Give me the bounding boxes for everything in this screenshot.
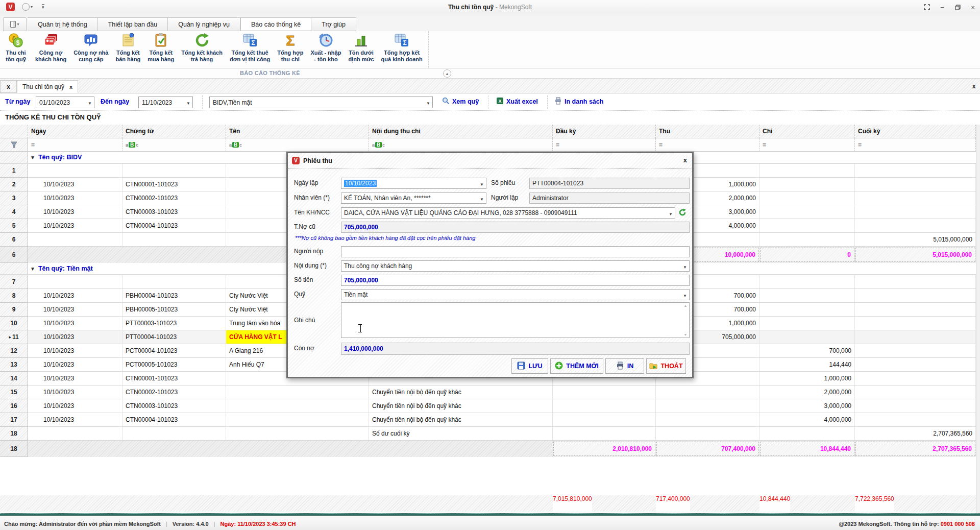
filter-cell-ngay[interactable]: = bbox=[28, 138, 122, 152]
ten-kh-combo[interactable]: DAICA, CỬA HÀNG VẬT LIỆU QUẢNG CÁO ĐẠI H… bbox=[341, 207, 675, 219]
noi-dung-combo[interactable]: Thu công nợ khách hàng ▼ bbox=[341, 260, 690, 272]
cell-chi bbox=[760, 275, 855, 289]
expand-icon[interactable] bbox=[923, 3, 931, 11]
column-header-dauky[interactable]: Đầu kỳ bbox=[553, 125, 656, 138]
table-row[interactable]: 18Số dư cuối kỳ2,707,365,560 bbox=[0, 427, 976, 441]
column-header-chi[interactable]: Chi bbox=[760, 125, 855, 138]
nguoi-lap-field: Administrator bbox=[529, 192, 690, 204]
exit-icon bbox=[649, 362, 657, 371]
tool-stock-chart[interactable]: Tồn dướiđịnh mức bbox=[345, 31, 377, 68]
vertical-scrollbar[interactable] bbox=[976, 125, 980, 513]
cell-cuoiky bbox=[855, 386, 976, 399]
collapse-icon[interactable]: ▼ bbox=[30, 266, 35, 272]
tool-supplier-debt[interactable]: Công nợ nhàcung cấp bbox=[70, 31, 112, 68]
dialog-close-icon[interactable]: x bbox=[683, 156, 687, 164]
cell-chungtu: PTT00004-101023 bbox=[122, 330, 226, 344]
document-tab-active[interactable]: Thu chi tồn quỹ x bbox=[17, 80, 78, 93]
column-header-noidung[interactable]: Nội dung thu chi bbox=[369, 125, 553, 138]
tool-customer-debt[interactable]: Công nợkhách hàng bbox=[32, 31, 70, 68]
quick-access-button[interactable] bbox=[22, 3, 30, 11]
tool-contractor-table[interactable]: Σ Tổng kết thuêđơn vị thi công bbox=[226, 31, 274, 68]
ribbon-collapse-button[interactable]: ▴ bbox=[443, 69, 451, 78]
tool-business-table[interactable]: Σ Tổng hợp kếtquả kinh doanh bbox=[378, 31, 426, 68]
cell-ngay bbox=[28, 275, 122, 289]
save-button[interactable]: LƯU bbox=[511, 358, 548, 374]
chevron-down-icon[interactable]: ▼ bbox=[683, 294, 687, 298]
restore-icon[interactable] bbox=[953, 3, 962, 11]
copyright-text: @2023 MekongSoft. Thông tin hỗ trợ: 0901… bbox=[839, 521, 975, 527]
app-logo-icon: V bbox=[6, 3, 15, 11]
table-row[interactable]: 1610/10/2023CTN00003-101023Chuyển tiền n… bbox=[0, 399, 976, 413]
filter-cell-chi[interactable]: = bbox=[760, 138, 855, 152]
row-number: 18 bbox=[0, 427, 28, 441]
fund-filter-select[interactable]: BIDV,Tiền mặt▼ bbox=[209, 97, 433, 108]
exit-button[interactable]: THOÁT bbox=[646, 358, 686, 374]
print-button[interactable]: IN bbox=[605, 358, 644, 374]
chevron-down-icon[interactable]: ▼ bbox=[669, 212, 673, 216]
table-row[interactable]: 1510/10/2023CTN00002-101023Chuyển tiền n… bbox=[0, 386, 976, 399]
tool-returns-refresh[interactable]: Tổng kết kháchtrả hàng bbox=[178, 31, 226, 68]
cell-thu bbox=[656, 386, 760, 399]
tool-purchase-clipboard[interactable]: Tổng kếtmua hàng bbox=[144, 31, 178, 68]
chevron-down-icon[interactable]: ▾ bbox=[31, 5, 33, 9]
cell-cuoiky bbox=[855, 289, 976, 303]
tab-close-icon[interactable]: x bbox=[69, 84, 72, 90]
tool-inventory-history[interactable]: Xuất - nhập- tồn kho bbox=[307, 31, 345, 68]
ghi-chu-textarea[interactable]: ▲▼ bbox=[341, 302, 690, 338]
row-number: 8 bbox=[0, 289, 28, 303]
cell-ten bbox=[226, 399, 369, 413]
close-document-button[interactable]: x bbox=[0, 80, 17, 93]
nhan-vien-combo[interactable]: KẾ TOÁN, Nhân viên An, ******* ▼ bbox=[341, 192, 486, 204]
chevron-down-icon[interactable]: ▼ bbox=[186, 101, 190, 106]
ribbon-tab-5[interactable]: Trợ giúp bbox=[311, 17, 356, 31]
ngay-lap-combo[interactable]: 10/10/2023 ▼ bbox=[341, 178, 486, 189]
print-list-button[interactable]: In danh sách bbox=[554, 97, 603, 106]
add-new-button[interactable]: THÊM MỚI bbox=[550, 358, 603, 374]
column-header-cuoiky[interactable]: Cuối kỳ bbox=[855, 125, 976, 138]
collapse-icon[interactable]: ▼ bbox=[30, 155, 35, 160]
tool-sigma[interactable]: Σ Tổng hợpthu chi bbox=[274, 31, 307, 68]
refresh-icon[interactable] bbox=[678, 208, 687, 219]
filter-cell-cuoiky[interactable]: = bbox=[855, 138, 976, 152]
cell-ngay: 10/10/2023 bbox=[28, 303, 122, 317]
column-header-chungtu[interactable]: Chứng từ bbox=[122, 125, 226, 138]
report-title: THỐNG KÊ THU CHI TỒN QUỸ bbox=[5, 113, 101, 121]
table-row[interactable]: 1710/10/2023CTN00004-101023Chuyển tiền n… bbox=[0, 413, 976, 427]
funnel-icon[interactable] bbox=[0, 138, 28, 152]
to-date-input[interactable]: 11/10/2023▼ bbox=[138, 97, 193, 108]
from-date-input[interactable]: 01/10/2023▼ bbox=[36, 97, 94, 108]
ribbon-tab-3[interactable]: Quản lý nghiệp vụ bbox=[168, 17, 240, 31]
filter-cell-dauky[interactable]: = bbox=[553, 138, 656, 152]
ribbon-tab-1[interactable]: Quản trị hệ thống bbox=[28, 17, 98, 31]
minimize-icon[interactable]: − bbox=[938, 3, 946, 11]
close-icon[interactable]: × bbox=[969, 3, 977, 11]
chevron-down-icon[interactable]: ▼ bbox=[683, 265, 687, 270]
cell-ngay: 10/10/2023 bbox=[28, 330, 122, 344]
tool-coins[interactable]: €$ Thu chitồn quỹ bbox=[0, 31, 32, 68]
view-fund-button[interactable]: Xem quỹ bbox=[442, 97, 479, 106]
so-phieu-field: PTT00004-101023 bbox=[529, 178, 690, 189]
column-header-ten[interactable]: Tên bbox=[226, 125, 369, 138]
chevron-down-icon[interactable]: ▼ bbox=[480, 182, 484, 187]
quy-combo[interactable]: Tiền mặt ▼ bbox=[341, 289, 690, 300]
app-menu-button[interactable]: ▾ bbox=[3, 17, 27, 31]
ribbon-tab-4[interactable]: Báo cáo thống kê bbox=[240, 17, 311, 31]
customize-toolbar-icon[interactable]: ▾ bbox=[42, 4, 44, 10]
filter-cell-ten[interactable]: aBc bbox=[226, 138, 369, 152]
column-header-thu[interactable]: Thu bbox=[656, 125, 760, 138]
ribbon-tab-2[interactable]: Thiết lập ban đầu bbox=[98, 17, 168, 31]
filter-cell-thu[interactable]: = bbox=[656, 138, 760, 152]
close-all-icon[interactable]: x bbox=[969, 81, 979, 91]
so-tien-input[interactable]: 705,000,000 bbox=[341, 275, 690, 286]
export-excel-button[interactable]: X Xuất excel bbox=[496, 97, 538, 106]
chevron-down-icon[interactable]: ▼ bbox=[426, 101, 430, 106]
filter-cell-chungtu[interactable]: aBc bbox=[122, 138, 226, 152]
column-header-ngay[interactable]: Ngày bbox=[28, 125, 122, 138]
tool-sales-note[interactable]: Tổng kếtbán hàng bbox=[112, 31, 144, 68]
nguoi-nop-label: Người nộp bbox=[294, 248, 323, 255]
chevron-down-icon[interactable]: ▼ bbox=[88, 101, 92, 106]
cell-cuoiky bbox=[855, 358, 976, 372]
chevron-down-icon[interactable]: ▼ bbox=[480, 197, 484, 202]
nguoi-nop-input[interactable] bbox=[341, 246, 690, 257]
filter-cell-noidung[interactable]: aBc bbox=[369, 138, 553, 152]
